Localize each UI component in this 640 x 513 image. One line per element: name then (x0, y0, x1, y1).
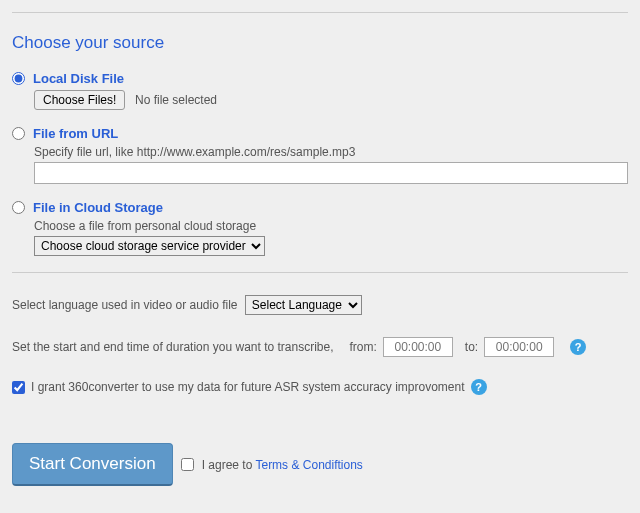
action-row: Start Conversion I agree to Terms & Cond… (12, 443, 628, 486)
file-status: No file selected (135, 93, 217, 107)
duration-row: Set the start and end time of duration y… (12, 337, 628, 357)
section-title: Choose your source (12, 33, 628, 53)
radio-local[interactable] (12, 72, 25, 85)
radio-local-label: Local Disk File (33, 71, 124, 86)
language-select[interactable]: Select Language (245, 295, 362, 315)
choose-files-button[interactable]: Choose Files! (34, 90, 125, 110)
source-option-cloud: File in Cloud Storage Choose a file from… (12, 200, 628, 256)
url-input[interactable] (34, 162, 628, 184)
language-prompt: Select language used in video or audio f… (12, 298, 238, 312)
from-label: from: (350, 340, 377, 354)
agree-terms-checkbox[interactable] (181, 458, 194, 471)
help-icon[interactable]: ? (570, 339, 586, 355)
from-input[interactable] (383, 337, 453, 357)
mid-divider (12, 272, 628, 273)
start-conversion-button[interactable]: Start Conversion (12, 443, 173, 486)
terms-link[interactable]: Terms & Condiftions (255, 458, 362, 472)
to-label: to: (465, 340, 478, 354)
cloud-provider-select[interactable]: Choose cloud storage service provider (34, 236, 265, 256)
agree-terms-label: I agree to Terms & Condiftions (202, 458, 363, 472)
source-option-url: File from URL Specify file url, like htt… (12, 126, 628, 184)
source-option-local: Local Disk File Choose Files! No file se… (12, 71, 628, 110)
agree-prefix: I agree to (202, 458, 256, 472)
top-divider (12, 12, 628, 13)
grant-text: I grant 360converter to use my data for … (31, 380, 465, 394)
url-hint: Specify file url, like http://www.exampl… (34, 145, 628, 159)
radio-cloud-label: File in Cloud Storage (33, 200, 163, 215)
help-icon[interactable]: ? (471, 379, 487, 395)
to-input[interactable] (484, 337, 554, 357)
radio-url[interactable] (12, 127, 25, 140)
radio-cloud[interactable] (12, 201, 25, 214)
language-row: Select language used in video or audio f… (12, 295, 628, 315)
grant-checkbox[interactable] (12, 381, 25, 394)
duration-prompt: Set the start and end time of duration y… (12, 340, 334, 354)
radio-url-label: File from URL (33, 126, 118, 141)
cloud-hint: Choose a file from personal cloud storag… (34, 219, 628, 233)
grant-row: I grant 360converter to use my data for … (12, 379, 628, 395)
